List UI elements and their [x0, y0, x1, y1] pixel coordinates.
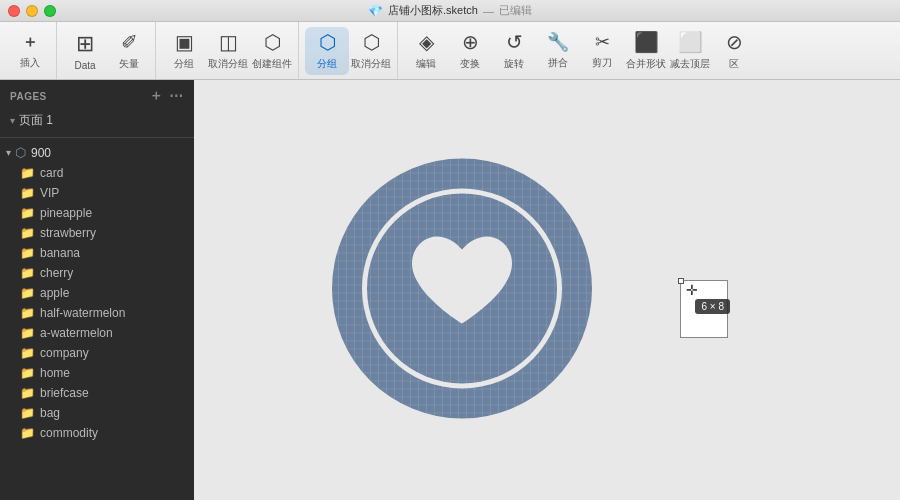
toolbar: ＋ 插入 ⊞ Data ✐ 矢量 ▣ 分组 ◫ 取消分组 ⬡ 创建组件 ⬡ 分组	[0, 22, 900, 80]
layer-label: cherry	[40, 266, 73, 280]
toolbar-group-edit: ◈ 编辑 ⊕ 变换 ↺ 旋转 🔧 拼合 ✂ 剪刀 ⬛ 合并形状 ⬜ 减去顶层 ⊘	[400, 22, 760, 79]
edit-icon: ◈	[419, 30, 434, 54]
sidebar-divider	[0, 137, 194, 138]
group-button[interactable]: ▣ 分组	[162, 27, 206, 75]
region-label: 区	[729, 57, 739, 71]
vector-button[interactable]: ✐ 矢量	[107, 27, 151, 75]
data-button[interactable]: ⊞ Data	[63, 27, 107, 75]
ungroup-icon: ◫	[219, 30, 238, 54]
layer-item-commodity[interactable]: 📁commodity	[0, 423, 194, 443]
layer-item-a-watermelon[interactable]: 📁a-watermelon	[0, 323, 194, 343]
combine-button[interactable]: 🔧 拼合	[536, 27, 580, 75]
rotate-button[interactable]: ↺ 旋转	[492, 27, 536, 75]
layer-item-briefcase[interactable]: 📁briefcase	[0, 383, 194, 403]
merge-button[interactable]: ⬛ 合并形状	[624, 27, 668, 75]
root-chevron-icon: ▾	[6, 147, 11, 158]
root-layer-label: 900	[31, 146, 51, 160]
sidebar: PAGES ＋ ⋯ ▾ 页面 1 ▾ ⬡ 900 📁card📁VIP📁pinea…	[0, 80, 194, 500]
layer-label: VIP	[40, 186, 59, 200]
layer-label: commodity	[40, 426, 98, 440]
layer-item-cherry[interactable]: 📁cherry	[0, 263, 194, 283]
layer-item-banana[interactable]: 📁banana	[0, 243, 194, 263]
layer-item-card[interactable]: 📁card	[0, 163, 194, 183]
layer-label: half-watermelon	[40, 306, 125, 320]
vector-label: 矢量	[119, 57, 139, 71]
minimize-button[interactable]	[26, 5, 38, 17]
component-icon: ⬡	[264, 30, 281, 54]
folder-icon: 📁	[20, 246, 35, 260]
add-page-button[interactable]: ＋	[148, 88, 164, 104]
pages-header: PAGES ＋ ⋯	[0, 80, 194, 108]
merge-icon: ⬛	[634, 30, 659, 54]
layer-item-bag[interactable]: 📁bag	[0, 403, 194, 423]
ungroup2-icon: ⬡	[363, 30, 380, 54]
toolbar-group-group: ▣ 分组 ◫ 取消分组 ⬡ 创建组件	[158, 22, 299, 79]
pages-menu-button[interactable]: ⋯	[168, 88, 184, 104]
close-button[interactable]	[8, 5, 20, 17]
rotate-label: 旋转	[504, 57, 524, 71]
group-icon: ▣	[175, 30, 194, 54]
window-title: 💎 店铺小图标.sketch — 已编辑	[368, 3, 532, 18]
layer-label: briefcase	[40, 386, 89, 400]
group2-button[interactable]: ⬡ 分组	[305, 27, 349, 75]
insert-label: 插入	[20, 56, 40, 70]
folder-icon: 📁	[20, 286, 35, 300]
data-label: Data	[74, 60, 95, 71]
group-label: 分组	[174, 57, 194, 71]
size-label: 6 × 8	[695, 299, 730, 314]
main-area: PAGES ＋ ⋯ ▾ 页面 1 ▾ ⬡ 900 📁card📁VIP📁pinea…	[0, 80, 900, 500]
file-icon: 💎	[368, 4, 383, 18]
pages-label: PAGES	[10, 91, 47, 102]
insert-icon: ＋	[22, 32, 38, 53]
layer-item-strawberry[interactable]: 📁strawberry	[0, 223, 194, 243]
combine-label: 拼合	[548, 56, 568, 70]
subtract-icon: ⬜	[678, 30, 703, 54]
subtract-button[interactable]: ⬜ 减去顶层	[668, 27, 712, 75]
layer-item-company[interactable]: 📁company	[0, 343, 194, 363]
folder-icon: 📁	[20, 186, 35, 200]
ungroup2-button[interactable]: ⬡ 取消分组	[349, 27, 393, 75]
ungroup2-label: 取消分组	[351, 57, 391, 71]
folder-icon: 📁	[20, 426, 35, 440]
layer-item-VIP[interactable]: 📁VIP	[0, 183, 194, 203]
transform-button[interactable]: ⊕ 变换	[448, 27, 492, 75]
scissors-icon: ✂	[595, 31, 610, 53]
folder-icon: 📁	[20, 306, 35, 320]
layer-label: card	[40, 166, 63, 180]
heart-graphic	[322, 149, 602, 432]
group2-label: 分组	[317, 57, 337, 71]
ungroup-button[interactable]: ◫ 取消分组	[206, 27, 250, 75]
insert-button[interactable]: ＋ 插入	[8, 27, 52, 75]
region-button[interactable]: ⊘ 区	[712, 27, 756, 75]
layer-label: company	[40, 346, 89, 360]
resize-handle[interactable]	[678, 278, 684, 284]
title-status: —	[483, 5, 494, 17]
layer-item-apple[interactable]: 📁apple	[0, 283, 194, 303]
crosshair-cursor: ✛	[686, 282, 698, 298]
layer-item-pineapple[interactable]: 📁pineapple	[0, 203, 194, 223]
layer-root-900[interactable]: ▾ ⬡ 900	[0, 142, 194, 163]
edit-button[interactable]: ◈ 编辑	[404, 27, 448, 75]
folder-icon: 📁	[20, 326, 35, 340]
canvas[interactable]: ✛ 6 × 8	[194, 80, 900, 500]
toolbar-group-data: ⊞ Data ✐ 矢量	[59, 22, 156, 79]
title-edited: 已编辑	[499, 3, 532, 18]
layer-label: pineapple	[40, 206, 92, 220]
scissors-button[interactable]: ✂ 剪刀	[580, 27, 624, 75]
create-component-button[interactable]: ⬡ 创建组件	[250, 27, 294, 75]
layers-section[interactable]: ▾ ⬡ 900 📁card📁VIP📁pineapple📁strawberry📁b…	[0, 142, 194, 500]
maximize-button[interactable]	[44, 5, 56, 17]
layer-label: a-watermelon	[40, 326, 113, 340]
folder-icon: 📁	[20, 166, 35, 180]
layer-item-half-watermelon[interactable]: 📁half-watermelon	[0, 303, 194, 323]
group2-icon: ⬡	[319, 30, 336, 54]
root-group-icon: ⬡	[15, 145, 26, 160]
layer-label: banana	[40, 246, 80, 260]
layer-item-home[interactable]: 📁home	[0, 363, 194, 383]
vector-icon: ✐	[121, 30, 138, 54]
title-bar: 💎 店铺小图标.sketch — 已编辑	[0, 0, 900, 22]
page-item-1[interactable]: ▾ 页面 1	[0, 108, 194, 133]
edit-label: 编辑	[416, 57, 436, 71]
layer-label: strawberry	[40, 226, 96, 240]
ungroup-label: 取消分组	[208, 57, 248, 71]
